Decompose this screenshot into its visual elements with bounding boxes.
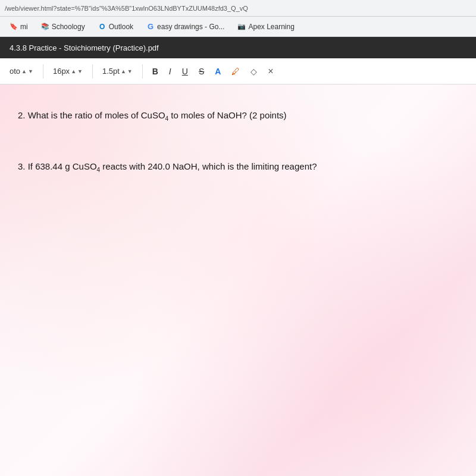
url-bar[interactable]: /web/viewer.html?state=%7B"ids"%3A%5B"1x… <box>0 0 476 17</box>
bookmark-mi-icon: 🔖 <box>10 23 18 31</box>
font-chevron-up: ▲ <box>21 68 27 74</box>
question-3-block: 3. If 638.44 g CuSO4 reacts with 240.0 N… <box>18 159 458 175</box>
italic-button[interactable]: I <box>165 64 175 79</box>
question-2-block: 2. What is the ratio of moles of CuSO4 t… <box>18 108 458 124</box>
font-name: oto <box>10 67 20 76</box>
bookmark-schoology-label: Schoology <box>52 23 85 31</box>
lh-chevron-up: ▲ <box>121 68 126 74</box>
strikethrough-button[interactable]: S <box>195 64 208 79</box>
highlight-icon: 🖊 <box>231 67 240 76</box>
bookmark-outlook-label: Outlook <box>109 23 133 31</box>
apex-icon: 📷 <box>237 23 246 31</box>
font-color-button[interactable]: A <box>211 64 224 79</box>
line-height-value: 1.5pt <box>102 67 120 76</box>
question-3-text: 3. If 638.44 g CuSO4 reacts with 240.0 N… <box>18 161 317 171</box>
outlook-icon: O <box>98 23 107 31</box>
google-icon: G <box>146 23 155 31</box>
divider-2 <box>92 64 93 79</box>
doc-title-bar: 4.3.8 Practice - Stoichiometry (Practice… <box>0 37 476 58</box>
divider-1 <box>43 64 43 79</box>
close-toolbar-button[interactable]: × <box>264 64 277 79</box>
url-text: /web/viewer.html?state=%7B"ids"%3A%5B"1x… <box>5 5 248 12</box>
schoology-icon: 📚 <box>41 23 49 31</box>
bookmark-schoology[interactable]: 📚 Schoology <box>36 21 90 33</box>
bookmark-mi[interactable]: 🔖 mi <box>5 21 33 33</box>
bookmark-apex-label: Apex Learning <box>248 23 294 31</box>
q2-text-before: 2. What is the ratio of moles of CuSO <box>18 110 165 120</box>
highlight-button[interactable]: 🖊 <box>228 64 243 79</box>
bookmark-apex-learning[interactable]: 📷 Apex Learning <box>233 21 299 33</box>
q2-text-after: to moles of NaOH? (2 points) <box>168 110 286 120</box>
size-chevron-up: ▲ <box>71 68 76 74</box>
font-chevron-down: ▼ <box>28 68 33 74</box>
doc-title: 4.3.8 Practice - Stoichiometry (Practice… <box>10 43 159 52</box>
bookmarks-bar: 🔖 mi 📚 Schoology O Outlook G easy drawin… <box>0 17 476 37</box>
bookmark-easy-drawings-label: easy drawings - Go... <box>157 23 224 31</box>
underline-label: U <box>182 67 188 76</box>
toolbar: oto ▲ ▼ 16px ▲ ▼ 1.5pt ▲ ▼ B I U S A 🖊 <box>0 58 476 84</box>
q3-text-after: reacts with 240.0 NaOH, which is the lim… <box>100 161 317 171</box>
underline-button[interactable]: U <box>178 64 192 79</box>
strikethrough-label: S <box>199 67 204 76</box>
line-height-selector[interactable]: 1.5pt ▲ ▼ <box>99 64 136 78</box>
main-content: 2. What is the ratio of moles of CuSO4 t… <box>0 84 476 476</box>
divider-3 <box>142 64 143 79</box>
bold-button[interactable]: B <box>149 64 162 79</box>
bookmark-easy-drawings[interactable]: G easy drawings - Go... <box>142 21 229 33</box>
paint-button[interactable]: ◇ <box>247 64 261 79</box>
bookmark-mi-label: mi <box>20 23 28 31</box>
italic-label: I <box>169 67 171 76</box>
color-a-label: A <box>215 67 221 76</box>
close-label: × <box>268 66 273 77</box>
paint-icon: ◇ <box>250 67 257 76</box>
font-size-selector[interactable]: 16px ▲ ▼ <box>49 64 86 78</box>
size-chevron-down: ▼ <box>77 68 83 74</box>
lh-chevron-down: ▼ <box>127 68 133 74</box>
font-size-value: 16px <box>53 67 70 76</box>
font-selector[interactable]: oto ▲ ▼ <box>6 64 37 78</box>
bookmark-outlook[interactable]: O Outlook <box>93 21 138 33</box>
bold-label: B <box>152 67 158 76</box>
question-2-text: 2. What is the ratio of moles of CuSO4 t… <box>18 110 287 120</box>
q3-text-before: 3. If 638.44 g CuSO <box>18 161 97 171</box>
